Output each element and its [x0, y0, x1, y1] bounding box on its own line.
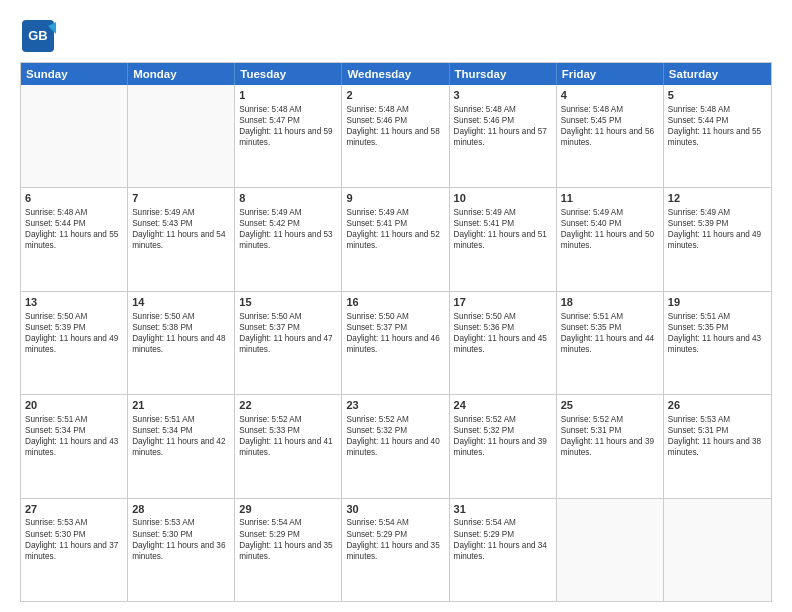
- cell-details: Sunrise: 5:52 AMSunset: 5:32 PMDaylight:…: [454, 414, 552, 458]
- day-number: 14: [132, 295, 230, 310]
- calendar-cell-23: 23Sunrise: 5:52 AMSunset: 5:32 PMDayligh…: [342, 395, 449, 497]
- calendar-cell-31: 31Sunrise: 5:54 AMSunset: 5:29 PMDayligh…: [450, 499, 557, 601]
- calendar-cell-13: 13Sunrise: 5:50 AMSunset: 5:39 PMDayligh…: [21, 292, 128, 394]
- cell-details: Sunrise: 5:48 AMSunset: 5:46 PMDaylight:…: [454, 104, 552, 148]
- calendar-row-2: 13Sunrise: 5:50 AMSunset: 5:39 PMDayligh…: [21, 291, 771, 394]
- day-number: 1: [239, 88, 337, 103]
- day-number: 6: [25, 191, 123, 206]
- calendar-cell-3: 3Sunrise: 5:48 AMSunset: 5:46 PMDaylight…: [450, 85, 557, 187]
- calendar-cell-empty: [664, 499, 771, 601]
- day-number: 28: [132, 502, 230, 517]
- day-number: 11: [561, 191, 659, 206]
- cell-details: Sunrise: 5:49 AMSunset: 5:39 PMDaylight:…: [668, 207, 767, 251]
- day-number: 4: [561, 88, 659, 103]
- header-day-saturday: Saturday: [664, 63, 771, 85]
- header-day-monday: Monday: [128, 63, 235, 85]
- header: GB: [20, 18, 772, 54]
- calendar-cell-1: 1Sunrise: 5:48 AMSunset: 5:47 PMDaylight…: [235, 85, 342, 187]
- calendar-cell-29: 29Sunrise: 5:54 AMSunset: 5:29 PMDayligh…: [235, 499, 342, 601]
- cell-details: Sunrise: 5:54 AMSunset: 5:29 PMDaylight:…: [239, 517, 337, 561]
- calendar-cell-7: 7Sunrise: 5:49 AMSunset: 5:43 PMDaylight…: [128, 188, 235, 290]
- cell-details: Sunrise: 5:49 AMSunset: 5:43 PMDaylight:…: [132, 207, 230, 251]
- day-number: 21: [132, 398, 230, 413]
- day-number: 13: [25, 295, 123, 310]
- logo: GB: [20, 18, 60, 54]
- day-number: 17: [454, 295, 552, 310]
- day-number: 22: [239, 398, 337, 413]
- day-number: 5: [668, 88, 767, 103]
- calendar-cell-28: 28Sunrise: 5:53 AMSunset: 5:30 PMDayligh…: [128, 499, 235, 601]
- calendar-cell-8: 8Sunrise: 5:49 AMSunset: 5:42 PMDaylight…: [235, 188, 342, 290]
- day-number: 10: [454, 191, 552, 206]
- day-number: 23: [346, 398, 444, 413]
- cell-details: Sunrise: 5:54 AMSunset: 5:29 PMDaylight:…: [346, 517, 444, 561]
- header-day-sunday: Sunday: [21, 63, 128, 85]
- calendar-cell-26: 26Sunrise: 5:53 AMSunset: 5:31 PMDayligh…: [664, 395, 771, 497]
- calendar-cell-30: 30Sunrise: 5:54 AMSunset: 5:29 PMDayligh…: [342, 499, 449, 601]
- calendar-row-3: 20Sunrise: 5:51 AMSunset: 5:34 PMDayligh…: [21, 394, 771, 497]
- calendar-cell-10: 10Sunrise: 5:49 AMSunset: 5:41 PMDayligh…: [450, 188, 557, 290]
- cell-details: Sunrise: 5:53 AMSunset: 5:31 PMDaylight:…: [668, 414, 767, 458]
- cell-details: Sunrise: 5:52 AMSunset: 5:33 PMDaylight:…: [239, 414, 337, 458]
- day-number: 15: [239, 295, 337, 310]
- calendar-cell-empty: [128, 85, 235, 187]
- day-number: 29: [239, 502, 337, 517]
- cell-details: Sunrise: 5:50 AMSunset: 5:37 PMDaylight:…: [239, 311, 337, 355]
- cell-details: Sunrise: 5:50 AMSunset: 5:38 PMDaylight:…: [132, 311, 230, 355]
- calendar-cell-14: 14Sunrise: 5:50 AMSunset: 5:38 PMDayligh…: [128, 292, 235, 394]
- calendar-cell-18: 18Sunrise: 5:51 AMSunset: 5:35 PMDayligh…: [557, 292, 664, 394]
- day-number: 16: [346, 295, 444, 310]
- day-number: 31: [454, 502, 552, 517]
- day-number: 24: [454, 398, 552, 413]
- cell-details: Sunrise: 5:52 AMSunset: 5:32 PMDaylight:…: [346, 414, 444, 458]
- cell-details: Sunrise: 5:52 AMSunset: 5:31 PMDaylight:…: [561, 414, 659, 458]
- day-number: 19: [668, 295, 767, 310]
- cell-details: Sunrise: 5:48 AMSunset: 5:46 PMDaylight:…: [346, 104, 444, 148]
- cell-details: Sunrise: 5:51 AMSunset: 5:34 PMDaylight:…: [132, 414, 230, 458]
- calendar-row-4: 27Sunrise: 5:53 AMSunset: 5:30 PMDayligh…: [21, 498, 771, 601]
- cell-details: Sunrise: 5:48 AMSunset: 5:45 PMDaylight:…: [561, 104, 659, 148]
- day-number: 20: [25, 398, 123, 413]
- calendar-cell-22: 22Sunrise: 5:52 AMSunset: 5:33 PMDayligh…: [235, 395, 342, 497]
- day-number: 26: [668, 398, 767, 413]
- cell-details: Sunrise: 5:48 AMSunset: 5:44 PMDaylight:…: [25, 207, 123, 251]
- day-number: 30: [346, 502, 444, 517]
- calendar-cell-20: 20Sunrise: 5:51 AMSunset: 5:34 PMDayligh…: [21, 395, 128, 497]
- cell-details: Sunrise: 5:51 AMSunset: 5:35 PMDaylight:…: [561, 311, 659, 355]
- cell-details: Sunrise: 5:50 AMSunset: 5:39 PMDaylight:…: [25, 311, 123, 355]
- cell-details: Sunrise: 5:50 AMSunset: 5:37 PMDaylight:…: [346, 311, 444, 355]
- calendar-cell-5: 5Sunrise: 5:48 AMSunset: 5:44 PMDaylight…: [664, 85, 771, 187]
- calendar-cell-empty: [21, 85, 128, 187]
- calendar-cell-24: 24Sunrise: 5:52 AMSunset: 5:32 PMDayligh…: [450, 395, 557, 497]
- day-number: 3: [454, 88, 552, 103]
- calendar-cell-2: 2Sunrise: 5:48 AMSunset: 5:46 PMDaylight…: [342, 85, 449, 187]
- day-number: 27: [25, 502, 123, 517]
- day-number: 9: [346, 191, 444, 206]
- cell-details: Sunrise: 5:53 AMSunset: 5:30 PMDaylight:…: [25, 517, 123, 561]
- calendar-cell-12: 12Sunrise: 5:49 AMSunset: 5:39 PMDayligh…: [664, 188, 771, 290]
- calendar-cell-17: 17Sunrise: 5:50 AMSunset: 5:36 PMDayligh…: [450, 292, 557, 394]
- calendar-cell-6: 6Sunrise: 5:48 AMSunset: 5:44 PMDaylight…: [21, 188, 128, 290]
- cell-details: Sunrise: 5:50 AMSunset: 5:36 PMDaylight:…: [454, 311, 552, 355]
- calendar-row-1: 6Sunrise: 5:48 AMSunset: 5:44 PMDaylight…: [21, 187, 771, 290]
- calendar-cell-4: 4Sunrise: 5:48 AMSunset: 5:45 PMDaylight…: [557, 85, 664, 187]
- logo-icon: GB: [20, 18, 56, 54]
- calendar-cell-27: 27Sunrise: 5:53 AMSunset: 5:30 PMDayligh…: [21, 499, 128, 601]
- calendar-row-0: 1Sunrise: 5:48 AMSunset: 5:47 PMDaylight…: [21, 85, 771, 187]
- cell-details: Sunrise: 5:49 AMSunset: 5:40 PMDaylight:…: [561, 207, 659, 251]
- header-day-tuesday: Tuesday: [235, 63, 342, 85]
- calendar-body: 1Sunrise: 5:48 AMSunset: 5:47 PMDaylight…: [21, 85, 771, 601]
- cell-details: Sunrise: 5:51 AMSunset: 5:34 PMDaylight:…: [25, 414, 123, 458]
- cell-details: Sunrise: 5:51 AMSunset: 5:35 PMDaylight:…: [668, 311, 767, 355]
- calendar-cell-15: 15Sunrise: 5:50 AMSunset: 5:37 PMDayligh…: [235, 292, 342, 394]
- calendar-cell-11: 11Sunrise: 5:49 AMSunset: 5:40 PMDayligh…: [557, 188, 664, 290]
- cell-details: Sunrise: 5:49 AMSunset: 5:42 PMDaylight:…: [239, 207, 337, 251]
- cell-details: Sunrise: 5:49 AMSunset: 5:41 PMDaylight:…: [454, 207, 552, 251]
- day-number: 7: [132, 191, 230, 206]
- day-number: 18: [561, 295, 659, 310]
- cell-details: Sunrise: 5:48 AMSunset: 5:44 PMDaylight:…: [668, 104, 767, 148]
- calendar-cell-16: 16Sunrise: 5:50 AMSunset: 5:37 PMDayligh…: [342, 292, 449, 394]
- header-day-wednesday: Wednesday: [342, 63, 449, 85]
- calendar-cell-19: 19Sunrise: 5:51 AMSunset: 5:35 PMDayligh…: [664, 292, 771, 394]
- header-day-thursday: Thursday: [450, 63, 557, 85]
